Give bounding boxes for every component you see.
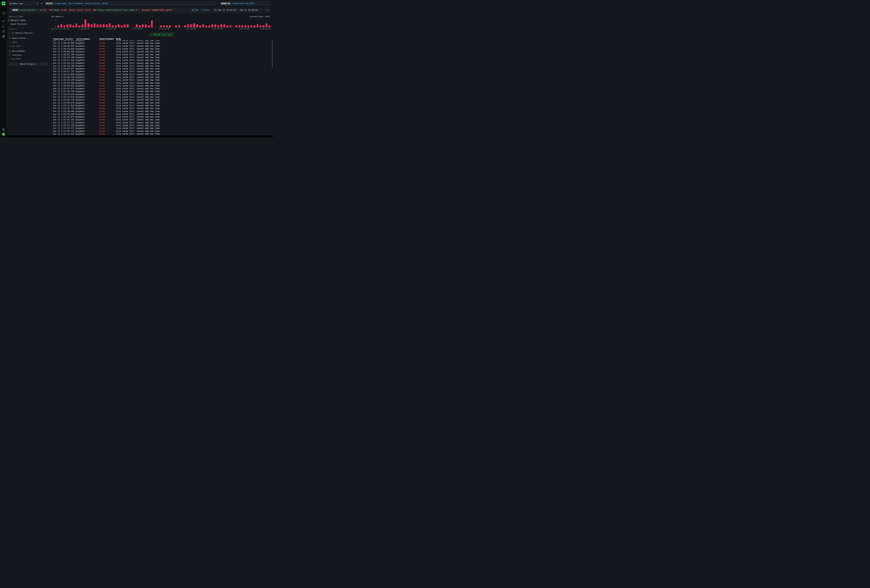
histogram-bar[interactable]	[151, 21, 153, 27]
table-row[interactable]: ›Jun 11 1:51:39.115 PMpaymenterrorVisa c…	[51, 130, 273, 132]
load-more-severitytext[interactable]: Load more	[9, 45, 48, 47]
histogram-bar[interactable]	[109, 24, 110, 27]
histogram-bar[interactable]	[203, 24, 204, 27]
sessions-nav-icon[interactable]	[2, 30, 5, 33]
histogram-bar[interactable]	[199, 25, 201, 27]
row-expand-icon[interactable]: ›	[51, 59, 53, 61]
table-row[interactable]: ›Jun 11 1:56:38.534 PMpaymenterrorVisa c…	[51, 45, 273, 48]
row-expand-icon[interactable]: ›	[51, 70, 53, 73]
where-clause-input[interactable]: WHERE SeverityText = 'error' AND Body IL…	[10, 8, 211, 12]
chart-nav-icon[interactable]	[2, 25, 5, 28]
run-query-button[interactable]: ▷	[264, 8, 271, 12]
histogram-bar[interactable]	[115, 25, 116, 27]
row-expand-icon[interactable]: ›	[51, 130, 53, 132]
histogram-bar[interactable]	[175, 25, 177, 27]
histogram-bar[interactable]	[196, 24, 198, 27]
table-row[interactable]: ›Jun 11 1:52:02.581 PMpaymenterrorVisa c…	[51, 118, 273, 121]
help-button[interactable]: ?	[2, 128, 5, 131]
table-row[interactable]: ›Jun 11 1:54:52.241 PMpaymenterrorVisa c…	[51, 70, 273, 73]
histogram-bar[interactable]	[142, 24, 144, 27]
row-expand-icon[interactable]: ›	[51, 40, 53, 42]
histogram-bar[interactable]	[76, 24, 77, 27]
histogram-bar[interactable]	[250, 25, 252, 27]
histogram-bar[interactable]	[253, 25, 255, 27]
table-row[interactable]: ›Jun 11 1:51:47.229 PMpaymenterrorVisa c…	[51, 124, 273, 127]
col-severitytext[interactable]: SeverityText	[99, 38, 114, 40]
histogram-bar[interactable]	[145, 24, 147, 27]
row-expand-icon[interactable]: ›	[51, 65, 53, 67]
row-expand-icon[interactable]: ›	[51, 62, 53, 64]
table-row[interactable]: ›Jun 11 1:53:00.676 PMpaymenterrorVisa c…	[51, 101, 273, 104]
histogram-bar[interactable]	[69, 24, 71, 27]
filter-group-header[interactable]: SeverityText	[9, 37, 48, 39]
histogram-bar[interactable]	[136, 24, 138, 27]
histogram-bar[interactable]	[85, 19, 86, 27]
histogram-bar[interactable]	[266, 24, 267, 27]
row-expand-icon[interactable]: ›	[51, 76, 53, 78]
table-row[interactable]: ›Jun 11 1:56:51.975 PMpaymenterrorVisa c…	[51, 40, 273, 42]
histogram-bar[interactable]	[57, 25, 59, 27]
horizontal-scrollbar[interactable]	[7, 135, 273, 137]
histogram-bar[interactable]	[218, 25, 219, 27]
histogram-bar[interactable]	[106, 24, 107, 27]
row-expand-icon[interactable]: ›	[51, 54, 53, 56]
table-row[interactable]: ›Jun 11 1:53:10.922 PMpaymenterrorVisa c…	[51, 96, 273, 98]
histogram-bars[interactable]	[57, 19, 270, 27]
filter-group-header[interactable]: ServiceName	[9, 50, 48, 52]
table-row[interactable]: ›Jun 11 1:56:32.843 PMpaymenterrorVisa c…	[51, 48, 273, 50]
histogram-bar[interactable]	[64, 25, 65, 27]
histogram-bar[interactable]	[247, 25, 249, 27]
option-checkbox[interactable]	[9, 54, 11, 56]
col-servicename[interactable]: ServiceName	[76, 38, 89, 40]
histogram-bar[interactable]	[94, 24, 95, 27]
table-row[interactable]: ›Jun 11 1:54:40.218 PMpaymenterrorVisa c…	[51, 76, 273, 79]
table-row[interactable]: ›Jun 11 1:53:24.274 PMpaymenterrorVisa c…	[51, 93, 273, 96]
histogram-bar[interactable]	[226, 25, 228, 27]
histogram-bar[interactable]	[139, 25, 141, 27]
histogram-bar[interactable]	[118, 24, 119, 27]
row-expand-icon[interactable]: ›	[51, 79, 53, 81]
order-by-input[interactable]: ORDER BY TimestampTime DESC	[219, 1, 271, 6]
language-sql-option[interactable]: SQL	[195, 9, 199, 11]
row-expand-icon[interactable]: ›	[51, 90, 53, 92]
col-resize-handle[interactable]: ⋮	[114, 38, 116, 40]
histogram-bar[interactable]	[103, 24, 104, 27]
histogram-bar[interactable]	[79, 25, 80, 27]
table-row[interactable]: ›Jun 11 1:51:57.712 PMpaymenterrorVisa c…	[51, 121, 273, 124]
denoise-results-toggle[interactable]: Denoise Results	[9, 32, 48, 34]
histogram-bar[interactable]	[97, 24, 98, 27]
table-options-icon[interactable]: ⋮	[270, 38, 272, 40]
table-row[interactable]: ›Jun 11 1:52:30.469 PMpaymenterrorVisa c…	[51, 110, 273, 113]
time-range-picker[interactable]: Jun 11 13:41:52 - Jun 11 13:56:52	[213, 8, 263, 12]
histogram-bar[interactable]	[178, 25, 180, 27]
histogram-bar[interactable]	[163, 25, 165, 27]
table-row[interactable]: ›Jun 11 1:53:05.578 PMpaymenterrorVisa c…	[51, 98, 273, 101]
row-expand-icon[interactable]: ›	[51, 102, 53, 104]
select-clause-input[interactable]: SELECT Timestamp, ServiceName, SeverityT…	[44, 1, 218, 6]
row-expand-icon[interactable]: ›	[51, 96, 53, 98]
table-row[interactable]: ›Jun 11 1:54:09.906 PMpaymenterrorVisa c…	[51, 82, 273, 84]
histogram-bar[interactable]	[73, 25, 74, 27]
histogram-bar[interactable]	[238, 25, 240, 27]
row-expand-icon[interactable]: ›	[51, 45, 53, 47]
histogram-bar[interactable]	[235, 25, 237, 27]
histogram-bar[interactable]	[205, 25, 207, 27]
table-row[interactable]: ›Jun 11 1:55:16.296 PMpaymenterrorVisa c…	[51, 64, 273, 67]
table-row[interactable]: ›Jun 11 1:55:39.324 PMpaymenterrorVisa c…	[51, 62, 273, 64]
histogram-bar[interactable]	[112, 25, 113, 27]
histogram-bar[interactable]	[160, 25, 162, 27]
histogram-bar[interactable]	[193, 24, 195, 27]
mode-results-table[interactable]: Results Table	[9, 19, 48, 22]
histogram-bar[interactable]	[60, 24, 62, 27]
row-expand-icon[interactable]: ›	[51, 113, 53, 115]
row-expand-icon[interactable]: ›	[51, 133, 53, 135]
search-nav-icon[interactable]	[2, 12, 5, 15]
row-expand-icon[interactable]: ›	[51, 124, 53, 127]
histogram-bar[interactable]	[166, 25, 168, 27]
table-row[interactable]: ›Jun 11 1:55:51.448 PMpaymenterrorVisa c…	[51, 59, 273, 62]
source-select[interactable]: Demo Logs	[8, 1, 39, 6]
row-expand-icon[interactable]: ›	[51, 110, 53, 112]
row-expand-icon[interactable]: ›	[51, 82, 53, 84]
table-row[interactable]: ›Jun 11 1:56:03.248 PMpaymenterrorVisa c…	[51, 53, 273, 56]
load-more-servicename[interactable]: Load more	[9, 58, 48, 60]
